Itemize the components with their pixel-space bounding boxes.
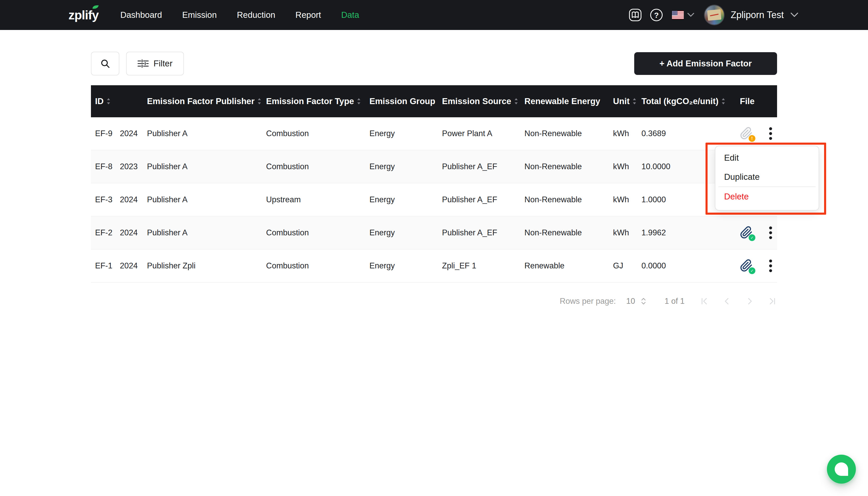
user-name[interactable]: Zpliporn Test [731,10,784,20]
cell-source: Zpli_EF 1 [438,250,520,282]
brand-text: zplify [68,8,99,22]
top-navbar: zplify Dashboard Emission Reduction Repo… [0,0,868,30]
cell-type: Combustion [262,117,365,150]
cell-type: Combustion [262,250,365,282]
table-row: EF-32024 Publisher A Upstream Energy Pub… [91,183,777,216]
column-header-source[interactable]: Emission Source [438,85,520,117]
cell-id: EF-32024 [91,183,143,216]
cell-publisher: Publisher A [143,216,262,249]
search-icon [100,58,110,69]
first-page-icon[interactable] [700,297,709,306]
cell-source: Power Plant A [438,117,520,150]
sort-icon [514,98,518,104]
cell-group: Energy [365,183,438,216]
cell-publisher: Publisher A [143,150,262,183]
file-status-badge [749,267,755,274]
sort-icon [357,98,361,104]
nav-links: Dashboard Emission Reduction Report Data [120,10,359,20]
cell-publisher: Publisher Zpli [143,250,262,282]
cell-type: Combustion [262,150,365,183]
table-row: EF-82023 Publisher A Combustion Energy P… [91,150,777,183]
add-emission-factor-button[interactable]: + Add Emission Factor [634,52,777,75]
help-icon[interactable]: ? [650,8,663,22]
cell-source: Publisher A_EF [438,216,520,249]
cell-unit: kWh [609,150,637,183]
table-row: EF-22024 Publisher A Combustion Energy P… [91,216,777,250]
user-avatar[interactable] [704,5,725,25]
file-status-badge [749,234,755,241]
cell-type: Combustion [262,216,365,249]
cell-id: EF-92024 [91,117,143,150]
us-flag-icon [672,11,684,19]
brand-logo[interactable]: zplify [68,8,99,22]
column-header-unit[interactable]: Unit [609,85,637,117]
filter-label: Filter [153,59,172,68]
row-actions-menu-icon[interactable] [764,117,777,150]
sort-icon [722,98,725,104]
menu-item-edit[interactable]: Edit [715,148,819,167]
cell-unit: GJ [609,250,637,282]
filter-button[interactable]: Filter [126,52,184,75]
cell-publisher: Publisher A [143,183,262,216]
column-header-group: Emission Group [365,85,438,117]
column-header-id[interactable]: ID [91,85,143,117]
file-attachment[interactable] [736,117,764,150]
nav-item-data[interactable]: Data [341,10,359,20]
cell-publisher: Publisher A [143,117,262,150]
page: zplify Dashboard Emission Reduction Repo… [0,0,868,496]
cell-id: EF-82023 [91,150,143,183]
nav-item-reduction[interactable]: Reduction [237,10,275,20]
column-header-actions [764,85,777,117]
cell-total: 0.0000 [637,250,736,282]
cell-unit: kWh [609,183,637,216]
nav-item-dashboard[interactable]: Dashboard [120,10,162,20]
row-actions-menu-icon[interactable] [764,216,777,249]
language-selector[interactable] [672,11,694,19]
cell-source: Publisher A_EF [438,150,520,183]
cell-group: Energy [365,117,438,150]
nav-right: ? Zpliporn Test [629,5,798,25]
rows-per-page-stepper[interactable] [641,297,646,306]
cell-group: Energy [365,150,438,183]
cell-renewable: Non-Renewable [520,150,609,183]
leaf-icon [92,4,99,10]
nav-item-emission[interactable]: Emission [182,10,217,20]
sort-icon [258,98,261,104]
table-row: EF-92024 Publisher A Combustion Energy P… [91,117,777,150]
column-header-type[interactable]: Emission Factor Type [262,85,365,117]
rows-per-page-label: Rows per page: [560,297,616,306]
cell-renewable: Non-Renewable [520,216,609,249]
column-header-total[interactable]: Total (kgCO₂e/unit) [637,85,736,117]
menu-item-delete[interactable]: Delete [715,187,819,206]
chevron-down-icon [687,13,694,17]
column-header-file: File [736,85,764,117]
search-button[interactable] [91,52,119,75]
cell-source: Publisher A_EF [438,183,520,216]
svg-text:?: ? [654,11,659,19]
rows-per-page-value[interactable]: 10 [626,297,635,306]
nav-item-report[interactable]: Report [296,10,321,20]
file-status-badge [749,135,755,142]
file-attachment[interactable] [736,216,764,249]
user-menu-chevron-icon[interactable] [790,13,798,17]
table-row: EF-12024 Publisher Zpli Combustion Energ… [91,250,777,283]
page-indicator: 1 of 1 [664,297,685,306]
filter-icon [137,59,149,68]
cell-renewable: Non-Renewable [520,117,609,150]
menu-item-duplicate[interactable]: Duplicate [715,167,819,187]
column-header-publisher[interactable]: Emission Factor Publisher [143,85,262,117]
file-attachment[interactable] [736,250,764,282]
guide-book-icon[interactable] [629,8,642,22]
row-actions-menu-icon[interactable] [764,250,777,282]
next-page-icon[interactable] [745,297,754,306]
table-header: ID Emission Factor Publisher Emission Fa… [91,85,777,117]
cell-id: EF-12024 [91,250,143,282]
chat-widget-button[interactable] [827,455,856,484]
cell-type: Upstream [262,183,365,216]
cell-total: 0.3689 [637,117,736,150]
cell-group: Energy [365,250,438,282]
cell-renewable: Non-Renewable [520,183,609,216]
last-page-icon[interactable] [768,297,777,306]
prev-page-icon[interactable] [722,297,732,306]
chat-bubble-icon [835,462,848,476]
